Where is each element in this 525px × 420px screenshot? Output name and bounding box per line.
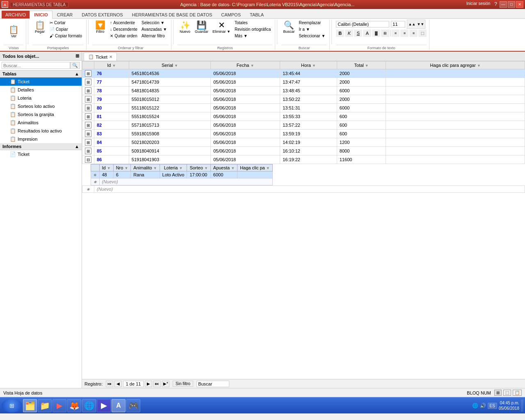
layout-view-btn[interactable]: 📋 — [513, 390, 522, 396]
highlight-btn[interactable]: ▓ — [372, 30, 380, 37]
nav-last-btn[interactable]: ⏭ — [153, 381, 161, 387]
table-row[interactable]: ⊞ 82 55718015713 05/06/2018 13:57:22 600 — [82, 121, 525, 130]
btn-avanzadas[interactable]: Avanzadas ▼ — [140, 26, 169, 32]
taskbar-app-firefox[interactable]: 🦊 — [67, 399, 81, 412]
btn-nuevo[interactable]: ✨ Nuevo — [178, 20, 192, 35]
row-expander-btn[interactable]: ⊞ — [85, 87, 91, 94]
panel-item-loteria[interactable]: 📋 Loteria — [0, 94, 82, 102]
panel-item-sorteos-loto[interactable]: 📋 Sorteos loto activo — [0, 102, 82, 110]
row-expander-btn[interactable]: ⊞ — [85, 122, 91, 128]
sub-col-add[interactable]: Haga clic pa ▼ — [237, 164, 273, 171]
nav-prev-btn[interactable]: ◀ — [114, 381, 122, 387]
row-expander-btn[interactable]: ⊞ — [85, 113, 91, 120]
start-btn[interactable]: ⊞ — [2, 399, 22, 413]
table-row[interactable]: ⊞ 77 54718014739 05/06/2018 13:47:47 200… — [82, 78, 525, 87]
row-height-btn[interactable]: ⬚ — [418, 30, 427, 37]
taskbar-app-vb[interactable]: ▶ — [97, 399, 111, 412]
sub-col-id[interactable]: Id ▼ — [99, 164, 113, 171]
btn-totales[interactable]: Totales — [233, 20, 272, 26]
maximize-btn[interactable]: □ — [508, 1, 515, 8]
btn-cortar[interactable]: ✂ Cortar — [48, 20, 84, 26]
panel-search-input[interactable] — [2, 62, 70, 69]
btn-mas[interactable]: Más ▼ — [233, 33, 272, 39]
btn-seleccionar[interactable]: Seleccionar ▼ — [297, 33, 327, 39]
col-serial[interactable]: Serial ▼ — [129, 62, 210, 69]
panel-item-sorteos-granjita[interactable]: 📋 Sorteos la granjita — [0, 110, 82, 119]
table-row[interactable]: ⊞ 80 55118015122 05/06/2018 13:51:31 600… — [82, 104, 525, 112]
record-search-input[interactable] — [196, 381, 229, 387]
help-btn[interactable]: ? — [494, 1, 497, 8]
expand-cell[interactable]: ⊟ — [82, 155, 94, 164]
font-name-input[interactable] — [336, 21, 389, 27]
row-expander-btn[interactable]: ⊞ — [85, 105, 91, 111]
sub-col-animalito[interactable]: Animalito ▼ — [131, 164, 160, 171]
col-hora[interactable]: Hora ▼ — [280, 62, 337, 69]
table-row[interactable]: ⊞ 83 55918015908 05/06/2018 13:59:19 600 — [82, 130, 525, 138]
taskbar-app-chrome[interactable]: 🌐 — [82, 399, 96, 412]
sub-col-apuesta[interactable]: Apuesta ▼ — [210, 164, 237, 171]
expand-cell[interactable]: ⊞ — [82, 147, 94, 155]
nav-first-btn[interactable]: ⏮ — [106, 381, 113, 387]
tab-ticket[interactable]: 📋 Ticket ✕ — [84, 52, 117, 61]
col-fecha[interactable]: Fecha ▼ — [211, 62, 280, 69]
tab-close-btn[interactable]: ✕ — [109, 55, 112, 59]
table-row[interactable]: ⊞ 81 55518015524 05/06/2018 13:55:33 600 — [82, 112, 525, 121]
table-row[interactable]: ⊞ 84 50218020203 05/06/2018 14:02:19 120… — [82, 138, 525, 147]
btn-ir-a[interactable]: Ir a ▼ — [297, 26, 327, 32]
btn-alternar-filtro[interactable]: Alternar filtro — [140, 33, 169, 39]
tab-tabla[interactable]: TABLA — [245, 11, 268, 18]
panel-item-animalitos[interactable]: 📋 Animalitos — [0, 119, 82, 127]
row-expander-btn[interactable]: ⊞ — [85, 148, 91, 154]
taskbar-app-access[interactable]: A — [112, 399, 126, 412]
gridline-btn[interactable]: ⊞ — [381, 30, 389, 37]
tab-herramientas-bd[interactable]: HERRAMIENTAS DE BASE DE DATOS — [128, 11, 217, 18]
row-expander-btn[interactable]: ⊞ — [85, 70, 91, 77]
tab-campos[interactable]: CAMPOS — [217, 11, 245, 18]
volume-icon[interactable]: 🔊 — [480, 403, 486, 409]
nav-new-btn[interactable]: ▶* — [162, 381, 169, 387]
panel-item-impresion[interactable]: 📋 Impresion — [0, 135, 82, 143]
sub-table-row[interactable]: ✱ 48 6 Rana Loto Activo 17:00:00 6000 — [91, 171, 272, 178]
expand-cell[interactable]: ⊞ — [82, 95, 94, 104]
nav-next-btn[interactable]: ▶ — [145, 381, 152, 387]
lang-btn[interactable]: ES — [488, 403, 497, 409]
informes-section-header[interactable]: Informes ▲ — [0, 143, 82, 150]
filter-status-btn[interactable]: Sin filtro — [173, 381, 193, 387]
row-expander-btn[interactable]: ⊞ — [85, 139, 91, 146]
expand-cell[interactable]: ⊞ — [82, 112, 94, 121]
taskbar-app-file-explorer[interactable]: 🗂️ — [23, 399, 37, 412]
panel-item-resultados-loto[interactable]: 📋 Resultados loto activo — [0, 127, 82, 135]
taskbar-app-folder[interactable]: 📁 — [38, 399, 52, 412]
align-left-btn[interactable]: ≡ — [391, 30, 399, 37]
tab-archivo[interactable]: ARCHIVO — [2, 11, 30, 18]
expand-cell[interactable]: ⊞ — [82, 87, 94, 95]
row-expander-btn[interactable]: ⊟ — [85, 156, 91, 163]
sub-new-row[interactable]: ✱ (Nuevo) — [91, 178, 272, 185]
table-row[interactable]: ⊟ 86 51918041903 05/06/2018 16:19:22 116… — [82, 155, 525, 164]
expand-cell[interactable]: ⊞ — [82, 130, 94, 138]
expand-cell[interactable]: ⊞ — [82, 69, 94, 78]
expand-cell[interactable]: ⊞ — [82, 138, 94, 147]
table-container[interactable]: Id ▼ Serial ▼ Fecha ▼ Hora ▼ Total ▼ Hag… — [82, 61, 525, 379]
sub-col-loteria[interactable]: Loteria ▼ — [160, 164, 187, 171]
btn-ver[interactable]: 📋 Ver — [7, 24, 21, 39]
btn-quitar-orden[interactable]: ✕ Quitar orden — [108, 33, 139, 39]
network-icon[interactable]: 🌐 — [472, 403, 478, 409]
panel-item-ticket[interactable]: 📋 Ticket — [0, 78, 82, 86]
align-right-btn[interactable]: ≡ — [409, 30, 418, 37]
minimize-btn[interactable]: — — [500, 1, 507, 8]
col-add[interactable]: Haga clic para agregar ▼ — [386, 62, 525, 69]
align-center-btn[interactable]: ≡ — [400, 30, 409, 37]
btn-buscar[interactable]: 🔍 Buscar — [281, 20, 296, 44]
record-position-input[interactable] — [123, 381, 144, 387]
sub-expand-cell[interactable]: ✱ — [91, 171, 99, 178]
expand-cell[interactable]: ⊞ — [82, 121, 94, 130]
btn-seleccion[interactable]: Selección ▼ — [140, 20, 169, 26]
pivot-view-btn[interactable]: ⬚ — [503, 390, 511, 396]
sub-col-nro[interactable]: Nro ▼ — [113, 164, 131, 171]
table-row[interactable]: ⊞ 76 54518014536 05/06/2018 13:45:44 200… — [82, 69, 525, 78]
table-new-row[interactable]: ✱ (Nuevo) — [82, 186, 525, 193]
btn-eliminar[interactable]: ✕ Eliminar ▼ — [211, 20, 232, 35]
panel-item-detalles[interactable]: 📋 Detalles — [0, 86, 82, 94]
row-expander-btn[interactable]: ⊞ — [85, 130, 91, 137]
